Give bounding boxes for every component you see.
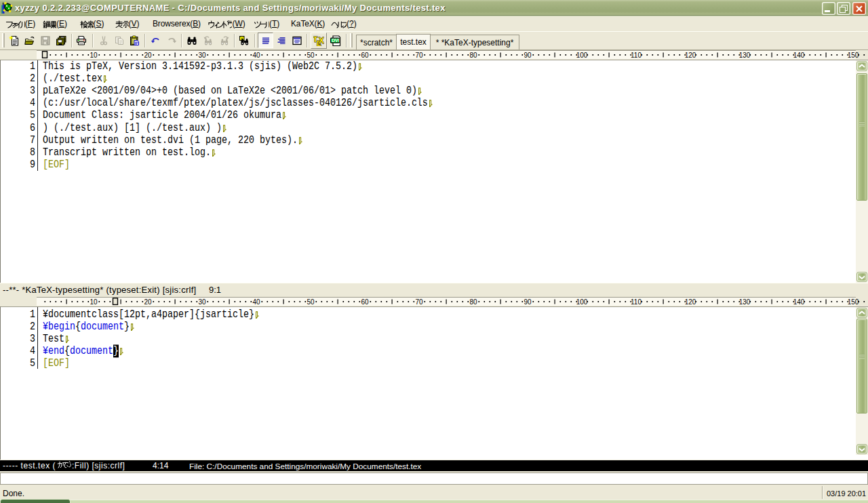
svg-text:X: X — [319, 36, 324, 45]
svg-text:130: 130 — [739, 298, 751, 305]
svg-text:100: 100 — [576, 298, 588, 305]
svg-text:90: 90 — [524, 51, 532, 58]
svg-text:20: 20 — [144, 51, 152, 58]
svg-text:70: 70 — [415, 298, 423, 305]
svg-text:20: 20 — [144, 298, 152, 305]
svg-text:30: 30 — [198, 51, 206, 58]
svg-text:110: 110 — [631, 51, 642, 58]
svg-text:30: 30 — [198, 298, 206, 305]
svg-text:60: 60 — [361, 51, 369, 58]
svg-text:50: 50 — [307, 298, 315, 305]
svg-text:110: 110 — [631, 298, 642, 305]
svg-text:40: 40 — [252, 298, 260, 305]
svg-text:140: 140 — [793, 51, 805, 58]
svg-text:10: 10 — [90, 51, 98, 58]
svg-text:70: 70 — [415, 51, 423, 58]
svg-text:90: 90 — [524, 298, 532, 305]
svg-text:80: 80 — [469, 51, 477, 58]
svg-text:100: 100 — [576, 51, 588, 58]
svg-text:120: 120 — [685, 51, 696, 58]
svg-text:130: 130 — [739, 51, 751, 58]
svg-text:150: 150 — [848, 298, 859, 305]
svg-text:140: 140 — [793, 298, 805, 305]
svg-text:10: 10 — [90, 298, 98, 305]
svg-text:DVI: DVI — [332, 38, 340, 43]
svg-text:120: 120 — [685, 298, 696, 305]
svg-text:40: 40 — [252, 51, 260, 58]
svg-text:150: 150 — [848, 51, 859, 58]
svg-text:50: 50 — [307, 51, 315, 58]
svg-text:80: 80 — [469, 298, 477, 305]
svg-text:60: 60 — [361, 298, 369, 305]
